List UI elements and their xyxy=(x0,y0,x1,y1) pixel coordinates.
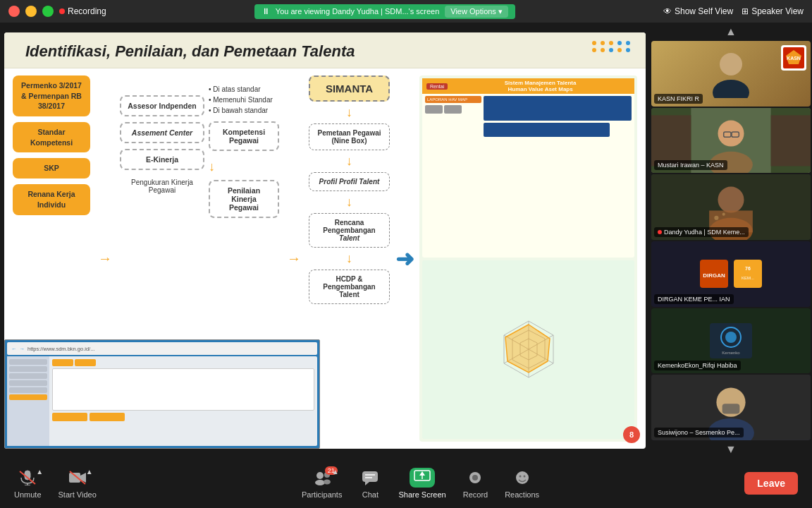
recording-label: Recording xyxy=(68,6,106,16)
mic-icon xyxy=(18,470,37,485)
renana-box: Renana Kerja Individu xyxy=(13,184,90,214)
pause-icon: ⏸ xyxy=(262,6,270,16)
bs-btn1 xyxy=(52,359,73,366)
profil-label: Profil xyxy=(319,178,339,186)
slide-title-bar: Identifikasi, Penilaian, dan Pemetaan Ta… xyxy=(4,32,646,68)
svg-rect-38 xyxy=(722,404,740,414)
rentai-tag: Rentai xyxy=(426,83,448,90)
svg-point-25 xyxy=(722,213,725,216)
kasn-logo-badge: KASN xyxy=(781,45,806,71)
arrow-down-s1: ↓ xyxy=(346,105,352,120)
data-header-text1: Sistem Manajemen Talenta Human Value Ase… xyxy=(450,80,630,92)
hav-map-btn: LAPORAN HAV MAP xyxy=(425,96,481,103)
video-icon xyxy=(68,470,87,485)
arrow-down-s4: ↓ xyxy=(346,251,352,266)
svg-marker-6 xyxy=(505,325,550,373)
rencana-line2: Talent xyxy=(339,234,359,242)
participant-name-1: KASN FIKRI R xyxy=(654,94,703,104)
reactions-label: Reactions xyxy=(505,490,539,499)
dot2 xyxy=(601,41,605,45)
std2: • Memenuhi Standar xyxy=(209,95,279,105)
record-label: Record xyxy=(463,490,488,499)
screen-share-banner: ⏸ You are viewing Dandy Yudha | SDM...'s… xyxy=(254,4,515,19)
data-small-btns xyxy=(425,105,481,114)
unmute-label: Unmute xyxy=(14,490,42,499)
svg-rect-50 xyxy=(362,471,378,482)
participant-card-6: Susiwijono – Sesmenko Pe... xyxy=(651,375,811,440)
right-sidebar: ▲ KASN KASN FIKRI R xyxy=(650,23,812,459)
scroll-down-button[interactable]: ▼ xyxy=(725,443,737,456)
logo-group-4: DIRGAN 76 KEM... xyxy=(700,260,762,288)
bs-main-content xyxy=(7,356,317,446)
data-content-row: LAPORAN HAV MAP xyxy=(422,94,634,258)
svg-rect-14 xyxy=(651,115,691,166)
bs-toolbar xyxy=(52,359,314,366)
window-minimize-dot[interactable] xyxy=(25,6,37,17)
assement-box: Assement Center xyxy=(120,122,204,143)
speaker-view-button[interactable]: ⊞ Speaker View xyxy=(742,6,804,16)
chat-item[interactable]: Chat xyxy=(359,468,381,499)
eye-icon: 👁 xyxy=(663,6,672,16)
participants-item[interactable]: 21 ▲ Participants xyxy=(302,468,342,499)
dot10 xyxy=(626,48,630,52)
kompetensi-box: Kompetensi Pegawai xyxy=(209,121,279,151)
pemetaan-line2: (Nine Box) xyxy=(332,137,367,145)
rencana-line1: Rencana Pengembangan xyxy=(323,219,375,234)
reactions-icon xyxy=(513,470,531,485)
speaker-view-label: Speaker View xyxy=(751,6,804,16)
share-screen-item[interactable]: Share Screen xyxy=(398,468,445,499)
bottom-screenshot: ← → https://www.sdm.bkn.go.id/... xyxy=(4,339,320,449)
participant-card-2: Mustari Irawan – KASN xyxy=(651,108,811,174)
svg-text:DIRGAN: DIRGAN xyxy=(703,272,725,279)
start-video-label: Start Video xyxy=(59,490,97,499)
ekinerja-box: E-Kinerja xyxy=(120,149,204,170)
blue-arrow-col: ➜ xyxy=(394,75,415,442)
svg-rect-15 xyxy=(771,115,811,166)
svg-point-58 xyxy=(472,475,478,480)
view-options-button[interactable]: View Options ▾ xyxy=(445,6,508,18)
view-options-label: View Options xyxy=(450,7,496,16)
top-bar-left: Recording xyxy=(8,6,106,17)
spider-chart xyxy=(497,318,560,381)
top-bar: Recording ⏸ You are viewing Dandy Yudha … xyxy=(0,0,812,23)
unmute-chevron: ▲ xyxy=(36,468,43,476)
svg-marker-56 xyxy=(419,471,425,476)
bs-content-area xyxy=(49,356,317,446)
reactions-icon-container xyxy=(511,468,534,488)
kasn-logo-svg: KASN xyxy=(783,47,804,68)
svg-point-8 xyxy=(713,80,749,98)
reactions-item[interactable]: Reactions xyxy=(505,468,539,499)
start-video-item[interactable]: ▲ Start Video xyxy=(59,468,97,499)
sidebar-nav-up: ▲ xyxy=(651,24,811,40)
svg-point-46 xyxy=(316,472,324,479)
show-self-view-button[interactable]: 👁 Show Self View xyxy=(663,6,733,16)
dot3 xyxy=(609,41,613,45)
bs-btn2 xyxy=(75,359,96,366)
header-line1: Sistem Manajemen Talenta xyxy=(505,80,577,86)
video-chevron: ▲ xyxy=(86,468,93,476)
pemetaan-box: Pemetaan Pegawai (Nine Box) xyxy=(309,123,390,150)
svg-rect-43 xyxy=(69,473,80,483)
window-close-dot[interactable] xyxy=(8,6,20,17)
svg-point-61 xyxy=(523,476,525,478)
window-maximize-dot[interactable] xyxy=(42,6,54,17)
participant-name-6: Susiwijono – Sesmenko Pe... xyxy=(654,428,744,437)
participant-card-4: DIRGAN 76 KEM... DIRGAN KEME PE... IAN xyxy=(651,241,811,307)
std3: • Di bawah standar xyxy=(209,105,279,116)
url-text: https://www.sdm.bkn.go.id/... xyxy=(27,346,94,352)
scroll-up-button[interactable]: ▲ xyxy=(725,25,737,38)
svg-point-60 xyxy=(519,476,521,478)
main-content: Identifikasi, Penilaian, dan Pemetaan Ta… xyxy=(0,23,650,459)
data-orange-header: Rentai Sistem Manajemen Talenta Human Va… xyxy=(422,78,634,94)
unmute-item[interactable]: ▲ Unmute xyxy=(14,468,42,499)
recording-dot xyxy=(59,8,65,14)
profil-box: Profil Profil Talent xyxy=(309,172,390,191)
leave-button[interactable]: Leave xyxy=(744,472,798,495)
arrow-icon-2: → xyxy=(287,250,301,267)
bs-sidebar xyxy=(7,356,49,446)
video-icon-container: ▲ xyxy=(66,468,89,488)
person-silhouette-1 xyxy=(710,49,752,98)
standar-box: Standar Kompetensi xyxy=(13,122,90,152)
sidebar-item5 xyxy=(9,387,47,393)
record-item[interactable]: Record xyxy=(463,468,488,499)
